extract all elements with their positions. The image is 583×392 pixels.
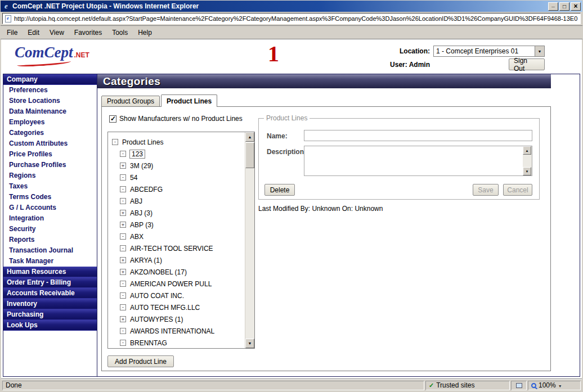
maximize-button[interactable]	[559, 2, 569, 11]
tree-expand-icon[interactable]: +	[120, 316, 126, 322]
tree-expand-icon[interactable]: -	[120, 186, 126, 192]
scroll-up-icon[interactable]	[245, 132, 254, 142]
sidebar-header-inventory[interactable]: Inventory	[3, 299, 97, 309]
tree-node[interactable]: - BRENNTAG	[112, 337, 245, 348]
tab-product-groups[interactable]: Product Groups	[101, 96, 160, 107]
sidebar-item-preferences[interactable]: Preferences	[3, 85, 97, 96]
sidebar-item-transaction-journal[interactable]: Transaction Journal	[3, 245, 97, 256]
tree-expand-icon[interactable]: -	[120, 151, 126, 157]
sidebar-item-integration[interactable]: Integration	[3, 213, 97, 224]
tree-node[interactable]: - 54	[112, 172, 245, 183]
tree-node[interactable]: + ABJ (3)	[112, 207, 245, 219]
tree-node[interactable]: - AMERICAN POWER PULL	[112, 278, 245, 290]
tree-node-label[interactable]: AKZO/NOBEL (17)	[129, 268, 187, 276]
location-select[interactable]: 1 - Comcept Enterprises 01	[433, 46, 545, 57]
menu-file[interactable]: File	[2, 27, 23, 38]
tree-node-label[interactable]: AUTO TECH MFG.LLC	[129, 304, 200, 312]
tree-node-label[interactable]: ABJ (3)	[129, 209, 153, 217]
tree-expand-icon[interactable]: +	[120, 163, 126, 169]
sidebar-header-accounts-receivable[interactable]: Accounts Receivable	[3, 288, 97, 299]
tree-node-label[interactable]: 54	[129, 174, 138, 182]
tree-expand-icon[interactable]: -	[120, 292, 126, 299]
tree-expand-icon[interactable]: +	[120, 269, 126, 275]
tree-node-label[interactable]: AIR-TECH TOOL SERVICE	[129, 245, 214, 253]
tree-node-label[interactable]: AWARDS INTERNATIONAL	[129, 327, 215, 335]
tree-expand-icon[interactable]: +	[120, 257, 126, 263]
tree-node[interactable]: - AUTO TECH MFG.LLC	[112, 301, 245, 313]
add-product-line-button[interactable]: Add Product Line	[107, 355, 174, 367]
name-input[interactable]	[304, 130, 532, 141]
menu-tools[interactable]: Tools	[107, 27, 133, 38]
tree-node[interactable]: - ABJ	[112, 195, 245, 207]
tree-node[interactable]: - AIR-TECH TOOL SERVICE	[112, 242, 245, 254]
save-button[interactable]: Save	[473, 184, 499, 196]
sidebar-item-data-maintenance[interactable]: Data Maintenance	[3, 106, 97, 117]
tree-node-label[interactable]: ABP (3)	[129, 221, 154, 229]
tree-node[interactable]: + AKZO/NOBEL (17)	[112, 266, 245, 278]
view-mode-panel[interactable]	[511, 381, 527, 390]
tree-node-label[interactable]: ABJ	[129, 197, 143, 205]
tree-node-label[interactable]: ABX	[129, 233, 144, 241]
tree-expand-icon[interactable]: -	[120, 174, 126, 181]
tree-expand-icon[interactable]: -	[120, 233, 126, 240]
tree-node-label[interactable]: 3M (29)	[129, 162, 154, 170]
sidebar-header-purchasing[interactable]: Purchasing	[3, 309, 97, 320]
description-textarea[interactable]	[304, 146, 532, 176]
tree-node[interactable]: + 3M (29)	[112, 160, 245, 172]
tree-expand-icon[interactable]: -	[120, 340, 126, 346]
scroll-up-icon[interactable]	[523, 146, 531, 155]
menu-favorites[interactable]: Favorites	[69, 27, 107, 38]
delete-button[interactable]: Delete	[264, 184, 295, 196]
scroll-down-icon[interactable]	[523, 167, 531, 175]
show-manufacturers-checkbox[interactable]	[109, 115, 116, 123]
tree-expand-icon[interactable]: -	[120, 245, 126, 251]
menu-edit[interactable]: Edit	[23, 27, 44, 38]
sidebar-item-categories[interactable]: Categories	[3, 128, 97, 138]
sidebar-item-terms-codes[interactable]: Terms Codes	[3, 192, 97, 202]
zoom-dropdown-icon[interactable]	[558, 381, 562, 389]
sign-out-button[interactable]: Sign Out	[509, 58, 545, 70]
tree-node[interactable]: - ABX	[112, 231, 245, 242]
sidebar-item-purchase-profiles[interactable]: Purchase Profiles	[3, 160, 97, 170]
description-scrollbar[interactable]	[523, 146, 532, 175]
tree-node-label[interactable]: 123	[129, 150, 145, 159]
tree-node-label[interactable]: AUTOWYPES (1)	[129, 316, 183, 323]
tree-node[interactable]: + AUTOWYPES (1)	[112, 313, 245, 325]
scroll-down-icon[interactable]	[245, 339, 254, 348]
sidebar-header-company[interactable]: Company	[3, 74, 97, 85]
sidebar-header-look-ups[interactable]: Look Ups	[3, 320, 97, 331]
tree-expand-icon[interactable]: -	[120, 198, 126, 204]
tree-expand-icon[interactable]: -	[120, 281, 126, 287]
tree-node[interactable]: - AWARDS INTERNATIONAL	[112, 325, 245, 337]
sidebar-item-task-manager[interactable]: Task Manager	[3, 256, 97, 267]
sidebar-item-regions[interactable]: Regions	[3, 170, 97, 181]
tree-node[interactable]: + AKRYA (1)	[112, 254, 245, 266]
tree-scrollbar[interactable]	[245, 132, 254, 348]
tree-node[interactable]: - AUTO COAT INC.	[112, 290, 245, 301]
tree-root[interactable]: - Product Lines	[112, 136, 245, 148]
tree-expand-icon[interactable]: +	[120, 222, 126, 228]
scrollbar-thumb[interactable]	[245, 142, 254, 168]
sidebar-item-store-locations[interactable]: Store Locations	[3, 96, 97, 106]
address-input[interactable]: http://utopia.hq.comcept.net/default.asp…	[2, 13, 581, 24]
sidebar-item-custom-attributes[interactable]: Custom Attributes	[3, 138, 97, 149]
tree-collapse-icon[interactable]: -	[112, 139, 118, 145]
sidebar-item-reports[interactable]: Reports	[3, 235, 97, 245]
tree-node-label[interactable]: ABCEDFG	[129, 186, 163, 193]
sidebar-header-order-entry-billing[interactable]: Order Entry - Billing	[3, 277, 97, 288]
sidebar-item-employees[interactable]: Employees	[3, 117, 97, 128]
tree-node-label[interactable]: AUTO COAT INC.	[129, 292, 185, 300]
minimize-button[interactable]	[548, 2, 558, 11]
menu-help[interactable]: Help	[133, 27, 157, 38]
sidebar-header-human-resources[interactable]: Human Resources	[3, 267, 97, 277]
tab-product-lines[interactable]: Product Lines	[161, 94, 217, 107]
sidebar-item-gl-accounts[interactable]: G / L Accounts	[3, 202, 97, 213]
tree-node[interactable]: + ABP (3)	[112, 219, 245, 231]
tree-node-label[interactable]: BRENNTAG	[129, 339, 168, 347]
tree-expand-icon[interactable]: +	[120, 210, 126, 216]
zoom-control[interactable]: 100%	[528, 381, 581, 390]
tree-node-label[interactable]: AKRYA (1)	[129, 256, 163, 264]
tree-root-label[interactable]: Product Lines	[122, 138, 164, 146]
sidebar-item-price-profiles[interactable]: Price Profiles	[3, 149, 97, 160]
tree-expand-icon[interactable]: -	[120, 328, 126, 334]
